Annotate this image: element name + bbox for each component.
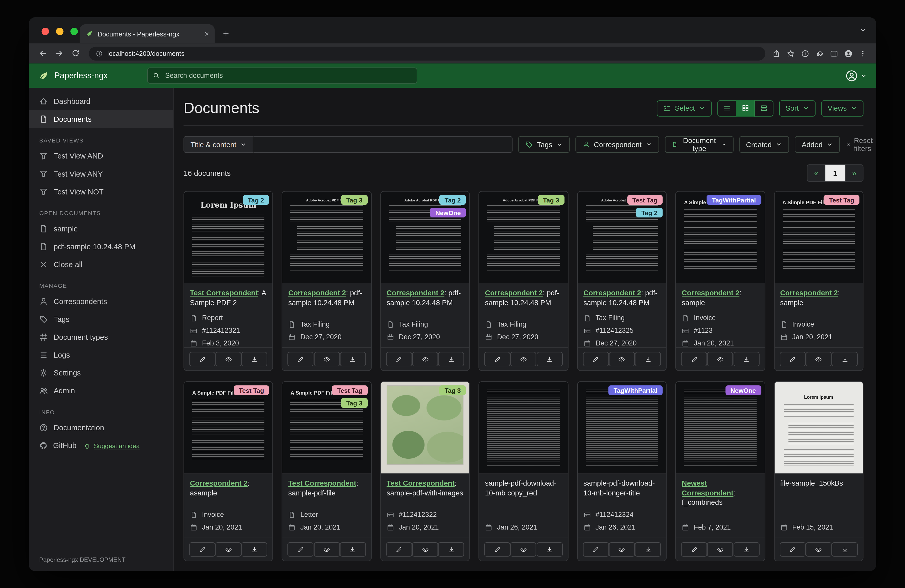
sidebar-item-saved-view-and[interactable]: Test View AND — [29, 147, 173, 165]
document-thumbnail[interactable]: Adobe Acrobat PDF Files Tag 3 — [479, 192, 568, 284]
sidebar-item-open-doc-sample[interactable]: sample — [29, 220, 173, 238]
new-tab-button[interactable] — [218, 26, 233, 41]
document-thumbnail[interactable]: A Simple PDF File Test Tag — [774, 192, 863, 284]
reset-filters-button[interactable]: Reset filters — [847, 136, 875, 152]
sidebar-item-close-all[interactable]: Close all — [29, 255, 173, 273]
document-thumbnail[interactable]: TagWithPartial — [578, 382, 666, 474]
tab-search-chevron-icon[interactable] — [859, 26, 867, 34]
correspondent-link[interactable]: Correspondent 2 — [780, 289, 838, 297]
tag-badge[interactable]: Tag 2 — [636, 208, 662, 217]
document-card[interactable]: A Simple PDF File Test Tag Correspondent… — [774, 191, 864, 371]
view-button[interactable] — [314, 542, 340, 557]
document-thumbnail[interactable]: Adobe Acrobat PDF Files Tag 2NewOne — [381, 192, 469, 284]
tag-badge[interactable]: Tag 2 — [243, 195, 269, 205]
sidebar-item-dashboard[interactable]: Dashboard — [29, 92, 173, 110]
tag-badge[interactable]: Test Tag — [332, 385, 367, 395]
sidebar-item-admin[interactable]: Admin — [29, 382, 173, 400]
correspondent-link[interactable]: Correspondent 2 — [583, 289, 641, 297]
current-page-button[interactable]: 1 — [825, 165, 846, 182]
close-window-button[interactable] — [42, 28, 49, 35]
tag-badge[interactable]: Tag 3 — [440, 385, 466, 395]
download-button[interactable] — [241, 352, 267, 366]
tab-close-icon[interactable]: × — [205, 30, 209, 38]
tag-badge[interactable]: Tag 3 — [341, 398, 367, 408]
document-card[interactable]: Adobe Acrobat PDF Files Tag 3 Correspond… — [282, 191, 372, 371]
sidebar-item-logs[interactable]: Logs — [29, 346, 173, 364]
correspondent-link[interactable]: Correspondent 2 — [190, 479, 248, 487]
correspondent-link[interactable]: Correspondent 2 — [387, 289, 444, 297]
document-thumbnail[interactable]: A Simple PDF File TagWithPartial — [676, 192, 765, 284]
download-button[interactable] — [241, 542, 267, 557]
views-button[interactable]: Views — [821, 100, 863, 116]
document-thumbnail[interactable]: Lorem ipsum — [774, 382, 863, 474]
info-badge-icon[interactable] — [801, 49, 809, 57]
document-thumbnail[interactable]: Tag 3 — [381, 382, 469, 474]
edit-button[interactable] — [288, 352, 314, 366]
tag-badge[interactable]: TagWithPartial — [608, 385, 662, 395]
download-button[interactable] — [537, 352, 562, 366]
sidebar-item-documentation[interactable]: Documentation — [29, 419, 173, 437]
tag-badge[interactable]: Tag 2 — [440, 195, 466, 205]
document-type-filter-button[interactable]: Document type — [665, 136, 733, 153]
view-button[interactable] — [707, 352, 733, 366]
download-button[interactable] — [733, 542, 759, 557]
view-button[interactable] — [707, 542, 733, 557]
tag-badge[interactable]: Tag 3 — [341, 195, 367, 205]
sort-button[interactable]: Sort — [779, 100, 816, 116]
document-card[interactable]: Lorem ipsum file-sample_150kBs Feb 15, 2… — [774, 381, 864, 561]
correspondent-filter-button[interactable]: Correspondent — [575, 136, 659, 153]
address-bar[interactable]: localhost:4200/documents — [89, 46, 765, 60]
bookmark-star-icon[interactable] — [787, 49, 795, 57]
edit-button[interactable] — [780, 542, 805, 557]
extensions-puzzle-icon[interactable] — [816, 49, 824, 57]
view-button[interactable] — [314, 352, 340, 366]
sidebar-item-documents[interactable]: Documents — [29, 110, 173, 128]
edit-button[interactable] — [681, 352, 707, 366]
download-button[interactable] — [438, 352, 464, 366]
user-menu[interactable] — [846, 70, 867, 82]
back-button[interactable] — [36, 46, 50, 60]
document-thumbnail[interactable] — [479, 382, 568, 474]
tag-badge[interactable]: Test Tag — [233, 385, 269, 395]
profile-avatar-icon[interactable] — [845, 49, 853, 57]
github-link[interactable]: GitHub — [53, 441, 76, 450]
edit-button[interactable] — [484, 352, 510, 366]
next-page-button[interactable]: » — [845, 165, 863, 182]
view-button[interactable] — [412, 542, 438, 557]
url-text[interactable]: localhost:4200/documents — [107, 50, 184, 57]
download-button[interactable] — [340, 352, 366, 366]
document-thumbnail[interactable]: A Simple PDF File Test TagTag 3 — [283, 382, 371, 474]
document-card[interactable]: Adobe Acrobat PDF Files Test TagTag 2 Co… — [577, 191, 667, 371]
edit-button[interactable] — [583, 352, 609, 366]
sidebar-item-saved-view-any[interactable]: Test View ANY — [29, 165, 173, 183]
edit-button[interactable] — [681, 542, 707, 557]
zoom-window-button[interactable] — [70, 28, 78, 35]
sidebar-item-tags[interactable]: Tags — [29, 310, 173, 328]
added-filter-button[interactable]: Added — [795, 136, 840, 153]
edit-button[interactable] — [484, 542, 510, 557]
correspondent-link[interactable]: Correspondent 2 — [682, 289, 740, 297]
select-button[interactable]: Select — [657, 100, 711, 116]
download-button[interactable] — [733, 352, 759, 366]
tag-badge[interactable]: NewOne — [725, 385, 761, 395]
correspondent-link[interactable]: Test Correspondent — [387, 479, 454, 487]
edit-button[interactable] — [780, 352, 805, 366]
view-button[interactable] — [510, 542, 536, 557]
download-button[interactable] — [832, 352, 857, 366]
download-button[interactable] — [340, 542, 366, 557]
prev-page-button[interactable]: « — [807, 165, 825, 182]
correspondent-link[interactable]: Correspondent 2 — [288, 289, 346, 297]
edit-button[interactable] — [386, 352, 412, 366]
created-filter-button[interactable]: Created — [739, 136, 789, 153]
view-button[interactable] — [216, 542, 241, 557]
sidebar-item-open-doc-pdf-sample[interactable]: pdf-sample 10.24.48 PM — [29, 238, 173, 255]
edit-button[interactable] — [583, 542, 609, 557]
document-card[interactable]: sample-pdf-download-10-mb copy_red Jan 2… — [479, 381, 568, 561]
document-card[interactable]: Tag 3 Test Correspondent: sample-pdf-wit… — [380, 381, 470, 561]
tag-badge[interactable]: Test Tag — [824, 195, 859, 205]
detail-view-button[interactable] — [754, 100, 773, 116]
suggest-idea-link[interactable]: Suggest an idea — [84, 442, 140, 449]
download-button[interactable] — [635, 352, 661, 366]
download-button[interactable] — [537, 542, 562, 557]
edit-button[interactable] — [288, 542, 314, 557]
